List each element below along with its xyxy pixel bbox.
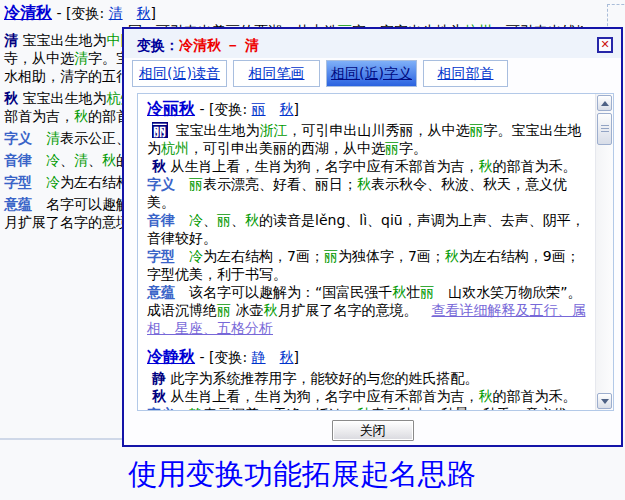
text-segment: 字。 [399,140,427,156]
text-segment: 为左右结构，7画； [203,248,324,264]
screen: 冷清秋 - [变换: 清 秋] 清 宝宝出生地为中国寺，从中选清字。宝水相助，清… [0,0,625,500]
text-segment: 变换： [137,37,179,53]
tab-2[interactable]: 相同笔画 [233,60,320,87]
text-segment: 冷 [189,248,203,264]
text-segment: 寺，从中选 [4,50,74,66]
text-segment: 的部首为禾。 [492,388,576,404]
text-segment: 宝宝出生地为 [171,122,259,138]
text-segment: 壮 [406,284,420,300]
text-segment: 音律 [147,212,175,228]
char-link[interactable]: 静 [252,349,266,365]
text-segment: 秋 [392,284,406,300]
text-segment: 月扩展了名字的意境。 [277,302,431,318]
tab-bar: 相同(近)读音相同笔画相同(近)字义相同部首 [132,60,508,87]
text-segment: 丽 [420,284,434,300]
char-link[interactable]: 清 [109,5,123,21]
text-segment: 静 [189,406,203,411]
scroll-up-button[interactable] [597,95,612,111]
text-segment: 冷 [189,212,203,228]
text-segment: 杭州 [161,140,189,156]
results-list: 冷丽秋 - [变换: 丽 秋]丽 宝宝出生地为浙江，可引申出山川秀丽，从中选丽字… [138,94,613,411]
entry-paragraph: 静 此字为系统推荐用字，能较好的与您的姓氏搭配。 [147,369,589,387]
text-segment: 月扩展了名字的意境 [4,214,130,230]
scrollbar[interactable] [595,94,613,410]
entry-paragraph: 秋 从生肖上看，生肖为狗，名字中应有禾部首为吉，秋的部首为禾。 [147,387,589,405]
text-segment: 从生肖上看，生肖为狗，名字中应有禾部首为吉， [166,388,478,404]
char-link[interactable]: 秋 [280,101,294,117]
tab-label: 相同(近)字义 [331,65,412,83]
dialog-header: 变换：冷清秋 － 清 ✕ [124,29,621,58]
thumb-grip-icon [601,125,609,133]
text-segment [175,176,189,192]
text-segment: 为独体字，7画； [338,248,445,264]
entry-paragraph: 字型 冷为左右结构，7画；丽为独体字，7画；秋为左右结构，9画；字型优美，利于书… [147,247,589,283]
scroll-down-button[interactable] [597,393,612,409]
char-link[interactable]: 秋 [137,5,151,21]
text-segment: ，可引申出山川秀丽，从中选 [287,122,469,138]
text-segment: 字义 [4,130,32,146]
text-segment: 秋 [152,388,166,404]
underlying-divider-line [0,438,123,440]
text-segment: 表示沉着、干净、恬淡； [203,406,357,411]
entry-paragraph: 意蕴 该名字可以趣解为：“国富民强千秋壮丽 山欢水笑万物欣荣”。成语沉博绝丽 冰… [147,283,589,337]
name-entry: 冷静秋 - [变换: 静 秋]静 此字为系统推荐用字，能较好的与您的姓氏搭配。秋… [147,347,589,411]
text-segment: 丽 [385,140,399,156]
text-segment: 此字为系统推荐用字，能较好的与您的姓氏搭配。 [166,370,478,386]
text-segment: 部首为吉， [4,108,74,124]
char-link[interactable]: 丽 [252,101,266,117]
text-segment: 冷 [46,174,60,190]
tab-3[interactable]: 相同(近)字义 [326,60,417,87]
text-segment: 、 [60,152,74,168]
tab-label: 相同部首 [438,65,494,83]
text-segment: 秋 [152,158,166,174]
text-segment: ，可引申出美丽的西湖，从中选 [189,140,385,156]
name-entry: 冷丽秋 - [变换: 丽 秋]丽 宝宝出生地为浙江，可引申出山川秀丽，从中选丽字… [147,99,589,337]
text-segment: 清 [46,130,60,146]
name-link[interactable]: 冷清秋 [4,3,52,22]
text-segment: 意蕴 [147,284,175,300]
background-title: 冷清秋 - [变换: 清 秋] [4,3,624,24]
text-segment: 秋 [263,302,277,318]
entry-paragraph: 字义 丽表示漂亮、好看、丽日；秋表示秋令、秋波、秋天，意义优美。 [147,175,589,211]
text-segment: 字义 [147,176,175,192]
text-segment: 清 [74,152,88,168]
text-segment: 、 [203,212,217,228]
close-button[interactable]: ✕ [597,37,613,53]
char-badge: 丽 [152,122,168,138]
text-segment: 表示公正、 [60,130,130,146]
text-segment: 丽 [217,212,231,228]
entry-paragraph: 字义 静表示沉着、干净、恬淡；秋表示秋水、秋景、秋季，意义优美。 [147,405,589,411]
scroll-thumb[interactable] [597,113,612,145]
close-dialog-button[interactable]: 关闭 [332,420,414,441]
name-link[interactable]: 冷丽秋 [147,99,195,118]
text-segment: 冷 [46,152,60,168]
text-segment: 水相助，清字的五行 [4,68,130,84]
text-segment: 丽 [217,302,231,318]
tab-1[interactable]: 相同(近)读音 [132,60,227,87]
text-segment: 秋 [102,152,116,168]
close-icon: ✕ [600,38,609,51]
results-panel: 冷丽秋 - [变换: 丽 秋]丽 宝宝出生地为浙江，可引申出山川秀丽，从中选丽字… [137,93,614,411]
tab-label: 相同笔画 [249,65,305,83]
text-segment: 丽 [189,176,203,192]
text-segment: 该名字可以趣解为：“国富民强千 [175,284,392,300]
text-segment: 宝宝出生地为 [18,90,106,106]
text-segment [32,174,46,190]
text-segment: ] [151,5,156,21]
text-segment: 秋 [445,248,459,264]
text-segment: 表示漂亮、好看、丽日； [203,176,357,192]
name-link[interactable]: 冷静秋 [147,347,195,366]
dialog-title: 变换：冷清秋 － 清 [137,37,259,55]
text-segment: 意蕴 [4,196,32,212]
text-segment: ] [294,101,299,117]
caption-text: 使用变换功能拓展起名思路 [128,455,476,495]
entry-paragraph: 秋 从生肖上看，生肖为狗，名字中应有禾部首为吉，秋的部首为禾。 [147,157,589,175]
text-segment: 从生肖上看，生肖为狗，名字中应有禾部首为吉， [166,158,478,174]
text-segment: 字型 [4,174,32,190]
text-segment: - [变换: [52,5,109,21]
char-link[interactable]: 秋 [280,349,294,365]
tab-4[interactable]: 相同部首 [423,60,508,87]
text-segment: 的部首为禾。 [492,158,576,174]
transform-dialog: 变换：冷清秋 － 清 ✕ 相同(近)读音相同笔画相同(近)字义相同部首 冷丽秋 … [122,27,623,447]
text-segment: 名字可以趣解 [32,196,130,212]
